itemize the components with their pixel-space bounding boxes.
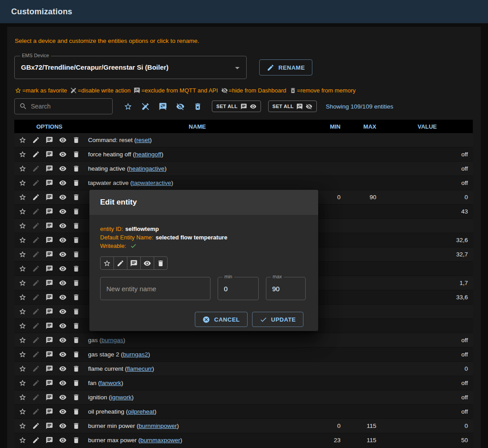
entity-link[interactable]: burngas [101, 337, 123, 343]
edit-icon[interactable] [32, 436, 40, 444]
favorite-toggle-button[interactable] [100, 256, 114, 270]
favorite-toggle-icon[interactable] [19, 208, 26, 215]
visibility-icon[interactable] [59, 236, 67, 244]
table-row[interactable]: oil preheating (oilpreheat) off [14, 405, 473, 419]
delete-icon[interactable] [72, 322, 80, 330]
visibility-icon[interactable] [59, 151, 67, 158]
exclude-mqtt-toggle-button[interactable] [127, 256, 141, 270]
mqtt-exclude-icon[interactable] [46, 208, 53, 215]
edit-icon[interactable] [32, 322, 40, 330]
edit-icon[interactable] [32, 193, 40, 201]
favorite-toggle-icon[interactable] [19, 193, 26, 201]
mqtt-exclude-icon[interactable] [46, 322, 53, 330]
entity-link[interactable]: burngas2 [123, 351, 148, 358]
entity-link[interactable]: burnmaxpower [140, 437, 180, 444]
edit-icon[interactable] [32, 136, 40, 144]
table-row[interactable]: gas stage 2 (burngas2) off [14, 348, 473, 362]
search-input[interactable] [31, 103, 112, 110]
favorite-toggle-icon[interactable] [19, 293, 26, 301]
filter-exclude-mqtt-button[interactable] [156, 99, 170, 113]
favorite-toggle-icon[interactable] [19, 408, 26, 415]
edit-icon[interactable] [32, 251, 40, 258]
table-row[interactable]: gas (burngas) off [14, 333, 473, 348]
set-all-show-button[interactable]: SET ALL [212, 100, 261, 112]
search-field[interactable] [14, 98, 113, 114]
mqtt-exclude-icon[interactable] [46, 136, 53, 144]
visibility-icon[interactable] [59, 422, 67, 430]
favorite-toggle-icon[interactable] [19, 422, 26, 430]
edit-icon[interactable] [32, 351, 40, 358]
visibility-icon[interactable] [59, 279, 67, 287]
favorite-toggle-icon[interactable] [19, 222, 26, 230]
rename-button[interactable]: RENAME [259, 59, 312, 75]
edit-icon[interactable] [32, 365, 40, 373]
visibility-icon[interactable] [59, 165, 67, 172]
table-row[interactable]: burner max power (burnmaxpower) 23 115 5… [14, 433, 473, 448]
mqtt-exclude-icon[interactable] [46, 222, 53, 230]
visibility-icon[interactable] [59, 265, 67, 272]
entity-link[interactable]: reset [136, 137, 150, 143]
table-row[interactable]: heating active (heatingactive) off [14, 162, 473, 176]
mqtt-exclude-icon[interactable] [46, 365, 53, 373]
visibility-icon[interactable] [59, 379, 67, 387]
delete-icon[interactable] [72, 422, 80, 430]
edit-icon[interactable] [32, 208, 40, 215]
mqtt-exclude-icon[interactable] [46, 436, 53, 444]
visibility-icon[interactable] [59, 436, 67, 444]
table-row[interactable]: ignition (ignwork) off [14, 390, 473, 405]
favorite-toggle-icon[interactable] [19, 379, 26, 387]
delete-icon[interactable] [72, 179, 80, 187]
edit-icon[interactable] [32, 222, 40, 230]
mqtt-exclude-icon[interactable] [46, 379, 53, 387]
favorite-toggle-icon[interactable] [19, 279, 26, 287]
edit-icon[interactable] [32, 336, 40, 344]
entity-link[interactable]: heatingoff [135, 151, 161, 158]
visibility-icon[interactable] [59, 336, 67, 344]
table-row[interactable]: force heating off (heatingoff) off [14, 147, 473, 162]
delete-icon[interactable] [72, 293, 80, 301]
table-row[interactable]: flame current (flamecurr) 0 [14, 362, 473, 376]
mqtt-exclude-icon[interactable] [46, 351, 53, 358]
visibility-icon[interactable] [59, 193, 67, 201]
favorite-toggle-icon[interactable] [19, 151, 26, 158]
visibility-icon[interactable] [59, 322, 67, 330]
ems-device-select[interactable]: EMS Device GBx72/Trendline/Cerapur/Green… [14, 56, 247, 79]
table-row[interactable]: tapwater active (tapwateractive) off [14, 176, 473, 190]
visibility-icon[interactable] [59, 394, 67, 401]
visibility-icon[interactable] [59, 351, 67, 358]
delete-icon[interactable] [72, 136, 80, 144]
favorite-toggle-icon[interactable] [19, 322, 26, 330]
mqtt-exclude-icon[interactable] [46, 193, 53, 201]
visibility-icon[interactable] [59, 136, 67, 144]
edit-icon[interactable] [32, 394, 40, 401]
edit-icon[interactable] [32, 236, 40, 244]
favorite-toggle-icon[interactable] [19, 365, 26, 373]
edit-icon[interactable] [32, 408, 40, 415]
mqtt-exclude-icon[interactable] [46, 165, 53, 172]
entity-link[interactable]: ignwork [111, 394, 132, 401]
edit-icon[interactable] [32, 151, 40, 158]
delete-icon[interactable] [72, 165, 80, 172]
cancel-button[interactable]: CANCEL [195, 312, 247, 327]
delete-icon[interactable] [72, 394, 80, 401]
delete-icon[interactable] [72, 379, 80, 387]
favorite-toggle-icon[interactable] [19, 394, 26, 401]
new-entity-name-input[interactable] [101, 277, 210, 300]
delete-icon[interactable] [72, 251, 80, 258]
entity-link[interactable]: tapwateractive [132, 180, 171, 186]
delete-icon[interactable] [72, 408, 80, 415]
mqtt-exclude-icon[interactable] [46, 236, 53, 244]
favorite-toggle-icon[interactable] [19, 136, 26, 144]
entity-link[interactable]: flamecurr [127, 365, 152, 372]
table-row[interactable]: fan (fanwork) off [14, 376, 473, 390]
delete-icon[interactable] [72, 208, 80, 215]
mqtt-exclude-icon[interactable] [46, 251, 53, 258]
favorite-toggle-icon[interactable] [19, 179, 26, 187]
mqtt-exclude-icon[interactable] [46, 336, 53, 344]
mqtt-exclude-icon[interactable] [46, 151, 53, 158]
entity-link[interactable]: fanwork [100, 380, 121, 386]
edit-icon[interactable] [32, 422, 40, 430]
remove-memory-toggle-button[interactable] [154, 256, 168, 270]
favorite-toggle-icon[interactable] [19, 436, 26, 444]
entity-link[interactable]: burnminpower [139, 423, 177, 429]
